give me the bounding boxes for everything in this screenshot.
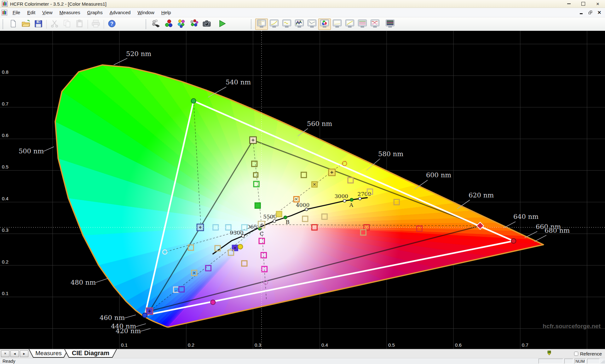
tabs: MeasuresCIE Diagram [33,349,117,358]
svg-text:0.7: 0.7 [522,342,528,348]
status-cell [539,359,563,364]
tab-label: Measures [35,350,61,357]
file-toolbar-group: ? [3,19,118,30]
window-title: HCFR Colorimeter - 3.5.2 - [Color Measur… [10,1,107,7]
svg-text:0.2: 0.2 [188,342,194,348]
view-cie-diagram-button[interactable] [318,19,331,30]
about-help-button[interactable]: ? [106,19,118,30]
snapshot-button[interactable] [200,19,213,30]
resize-grip[interactable] [601,359,605,364]
cie-chart-area[interactable]: 93005500400030002700ABCD65520 nm540 nm56… [0,31,605,349]
svg-text:540 nm: 540 nm [226,78,251,86]
monitor-spectrum-icon [385,19,395,29]
free-measure-button[interactable] [188,19,200,30]
view-gamma-button[interactable] [280,19,293,30]
multi-balls-icon [189,19,199,29]
view-nearwhite-button[interactable] [331,19,343,30]
menu-window[interactable]: Window [134,8,158,17]
watermark: hcfr.sourceforge.net [543,323,601,329]
play-icon [217,19,227,29]
menu-measures[interactable]: Measures [56,8,84,17]
document-icon[interactable] [2,10,7,15]
view-measures-grid-button[interactable] [255,19,268,30]
primaries-measure-button[interactable] [175,19,188,30]
minimize-button[interactable] [562,0,576,8]
close-view-tab-button[interactable]: × [1,350,9,357]
status-bar: Ready NUM [0,358,605,364]
save-file-button[interactable] [32,19,45,30]
scissors-icon [50,19,59,29]
monitor-wave-icon [282,19,291,29]
sensor-balls-icon [152,19,161,29]
folder-icon [21,19,31,29]
toolbar-gripper [3,20,4,29]
svg-text:0.3: 0.3 [255,342,261,348]
close-button[interactable]: × [591,0,605,8]
svg-text:D65: D65 [246,224,257,230]
tab-cie-diagram[interactable]: CIE Diagram [64,349,117,358]
toolbar-separator [104,20,104,29]
svg-text:520 nm: 520 nm [126,50,151,58]
measure-toolbar-group [146,19,228,30]
window-controls: × [562,0,605,8]
mdi-close-button[interactable]: ✕ [596,10,602,15]
svg-text:C: C [260,230,264,237]
app-icon [2,1,8,7]
svg-text:480 nm: 480 nm [71,279,96,286]
mdi-controls: ✕ [578,10,605,15]
svg-text:680 nm: 680 nm [544,227,570,234]
view-rgb-levels-button[interactable] [356,19,369,30]
svg-text:0.7: 0.7 [2,101,9,106]
copy-button[interactable] [61,19,73,30]
scroll-right-tab-button[interactable]: ▸ [20,350,28,357]
svg-text:420 nm: 420 nm [116,327,141,335]
tab-measures[interactable]: Measures [29,349,68,358]
view-luminance-button[interactable] [268,19,280,30]
printer-icon [91,19,101,29]
menu-help[interactable]: Help [158,8,175,17]
mdi-minimize-button[interactable] [578,10,584,15]
menu-view[interactable]: View [39,8,56,17]
menu-edit[interactable]: Edit [24,8,39,17]
menu-advanced[interactable]: Advanced [106,8,134,17]
svg-text:0.4: 0.4 [2,196,9,201]
svg-text:640 nm: 640 nm [513,213,539,220]
sensor-settings-button[interactable] [150,19,163,30]
maximize-button[interactable] [576,0,591,8]
view-color-temp-button[interactable] [369,19,381,30]
doc-icon [9,19,18,29]
save-icon [34,19,43,29]
menu-file[interactable]: File [9,8,24,17]
svg-text:0.5: 0.5 [388,342,395,348]
magenta-measure [210,300,215,305]
view-contrast-button[interactable] [343,19,356,30]
svg-text:0.6: 0.6 [455,342,462,348]
menu-graphs[interactable]: Graphs [84,8,106,17]
view-nearblack-button[interactable] [306,19,318,30]
new-file-button[interactable] [7,19,20,30]
print-button[interactable] [89,19,102,30]
svg-text:A: A [349,202,354,208]
measurement-point [276,212,282,217]
view-spectrum-button[interactable] [384,19,396,30]
paste-button[interactable] [73,19,86,30]
svg-text:0.6: 0.6 [2,133,9,138]
monitor-plain-icon [332,19,342,29]
view-rgb-histogram-button[interactable] [293,19,306,30]
monitor-table-icon [257,19,266,29]
svg-text:620 nm: 620 nm [469,191,494,199]
menu-bar: FileEditViewMeasuresGraphsAdvancedWindow… [0,8,605,17]
open-file-button[interactable] [20,19,32,30]
scroll-left-tab-button[interactable]: ◂ [10,350,19,357]
copy-icon [62,19,72,29]
status-cells: NUM [537,359,600,364]
cut-button[interactable] [48,19,61,30]
svg-text:9300: 9300 [230,230,244,236]
grayscale-measure-button[interactable] [163,19,175,30]
mdi-restore-button[interactable] [587,10,593,15]
help-icon: ? [107,19,117,29]
toolbar-gripper [146,20,147,29]
reference-checkbox[interactable] [574,352,578,356]
run-measures-button[interactable] [216,19,228,30]
tab-bar-right: Reference [546,350,605,357]
